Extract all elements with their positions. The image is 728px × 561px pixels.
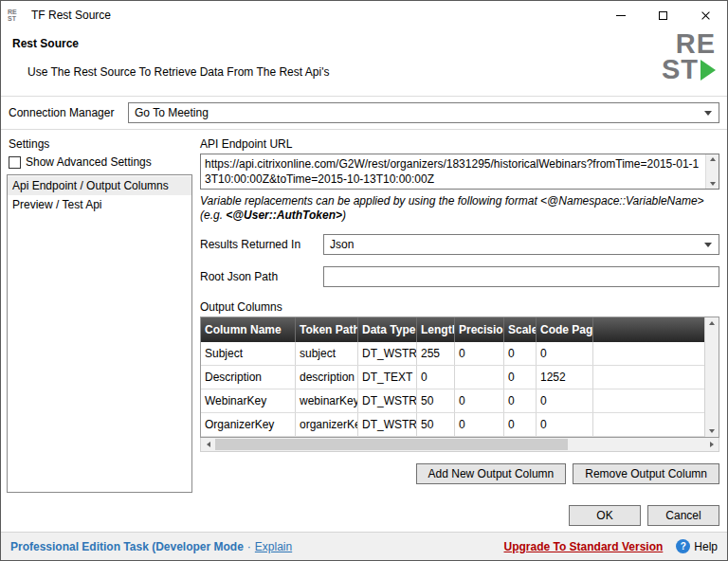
cell-code-page[interactable]: 0	[537, 413, 593, 436]
show-advanced-row: Show Advanced Settings	[9, 155, 192, 169]
cell-scale[interactable]: 0	[504, 389, 537, 412]
upgrade-link[interactable]: Upgrade To Standard Version	[504, 540, 664, 553]
cell-precision[interactable]: 0	[455, 389, 504, 412]
edition-separator: ·	[247, 540, 251, 553]
hscroll-track[interactable]	[215, 438, 704, 451]
header-cell-data-type: Data Type	[358, 317, 417, 342]
output-columns-table: Column Name Token Path Data Type Length …	[200, 317, 719, 438]
cell-column-name[interactable]: Subject	[201, 342, 296, 365]
remove-output-column-button[interactable]: Remove Output Column	[573, 463, 719, 484]
cell-length[interactable]: 0	[417, 366, 455, 389]
cell-precision[interactable]: 0	[455, 413, 504, 436]
header-cell-code-page: Code Page	[537, 317, 593, 342]
scroll-right-button[interactable]	[704, 438, 719, 451]
scroll-down-icon	[710, 182, 716, 186]
nav-list: Api Endpoint / Output Columns Preview / …	[7, 174, 192, 493]
chevron-down-icon	[704, 111, 712, 116]
url-scrollbar[interactable]	[705, 154, 719, 189]
output-columns-label: Output Columns	[200, 300, 719, 314]
close-button[interactable]	[684, 1, 727, 29]
header-cell-filler	[593, 317, 704, 342]
minimize-icon	[616, 15, 626, 16]
cell-length[interactable]: 255	[417, 342, 455, 365]
close-icon	[701, 10, 711, 21]
cancel-button[interactable]: Cancel	[647, 505, 719, 526]
cell-precision[interactable]	[455, 366, 504, 389]
window-controls	[599, 1, 727, 29]
maximize-icon	[659, 11, 667, 20]
explain-link[interactable]: Explain	[255, 540, 292, 553]
scroll-up-icon	[710, 157, 716, 161]
main-area: Settings Show Advanced Settings Api Endp…	[1, 130, 727, 532]
cell-code-page[interactable]: 0	[537, 342, 593, 365]
show-advanced-checkbox[interactable]	[9, 156, 21, 169]
results-returned-value: Json	[330, 238, 354, 251]
cell-column-name[interactable]: OrganizerKey	[201, 413, 296, 436]
variable-note-example: <@User::AuthToken>	[226, 208, 342, 222]
table-row: Description description DT_TEXT 0 0 1252	[201, 366, 704, 389]
rest-logo: RE ST	[662, 31, 716, 82]
header-cell-length: Length	[417, 317, 455, 342]
header-cell-scale: Scale	[504, 317, 537, 342]
edition-label: Professional Edition Task (Developer Mod…	[10, 540, 244, 553]
dialog-buttons: OK Cancel	[200, 505, 719, 526]
root-json-path-input[interactable]	[323, 266, 719, 287]
connection-manager-select[interactable]: Go To Meeting	[128, 102, 719, 123]
cell-token-path[interactable]: organizerKey	[296, 413, 358, 436]
cell-data-type[interactable]: DT_WSTR	[358, 413, 417, 436]
table-row: OrganizerKey organizerKey DT_WSTR 50 0 0…	[201, 413, 704, 437]
nav-item-api-endpoint[interactable]: Api Endpoint / Output Columns	[8, 176, 191, 195]
maximize-button[interactable]	[642, 1, 684, 29]
cell-scale[interactable]: 0	[504, 366, 537, 389]
cell-scale[interactable]: 0	[504, 413, 537, 436]
results-returned-label: Results Returned In	[200, 238, 323, 251]
cell-length[interactable]: 50	[417, 413, 455, 436]
cell-scale[interactable]: 0	[504, 342, 537, 365]
table-header-row: Column Name Token Path Data Type Length …	[201, 317, 704, 342]
results-returned-select[interactable]: Json	[323, 234, 719, 255]
page-subtitle: Use The Rest Source To Retrieve Data Fro…	[27, 65, 727, 79]
ok-button[interactable]: OK	[569, 505, 641, 526]
cell-code-page[interactable]: 0	[537, 389, 593, 412]
output-columns-grid: Column Name Token Path Data Type Length …	[201, 317, 704, 437]
header-cell-column-name: Column Name	[201, 317, 296, 342]
cell-data-type[interactable]: DT_WSTR	[358, 342, 417, 365]
cell-token-path[interactable]: webinarKey	[296, 389, 358, 412]
table-vscrollbar[interactable]	[704, 317, 719, 437]
table-row: WebinarKey webinarKey DT_WSTR 50 0 0 0	[201, 389, 704, 413]
cell-precision[interactable]: 0	[455, 342, 504, 365]
cell-data-type[interactable]: DT_WSTR	[358, 389, 417, 412]
hscroll-thumb[interactable]	[215, 439, 568, 450]
cell-data-type[interactable]: DT_TEXT	[358, 366, 417, 389]
header-cell-precision: Precision	[455, 317, 504, 342]
dialog-window: RE ST TF Rest Source Rest Source Use The…	[0, 0, 728, 561]
cell-column-name[interactable]: Description	[201, 366, 296, 389]
settings-title: Settings	[9, 137, 192, 151]
show-advanced-label: Show Advanced Settings	[26, 155, 152, 169]
scroll-down-icon	[709, 429, 715, 433]
variable-replacement-note: Variable replacements can be applied by …	[200, 194, 719, 223]
scroll-right-icon	[710, 442, 714, 447]
api-endpoint-url-label: API Endpoint URL	[200, 137, 719, 151]
nav-item-preview-test[interactable]: Preview / Test Api	[8, 195, 191, 214]
cell-length[interactable]: 50	[417, 389, 455, 412]
root-json-path-label: Root Json Path	[200, 270, 323, 283]
cell-token-path[interactable]: description	[296, 366, 358, 389]
table-row: Subject subject DT_WSTR 255 0 0 0	[201, 342, 704, 366]
help-icon[interactable]: ?	[676, 539, 690, 553]
help-label[interactable]: Help	[694, 540, 718, 553]
api-endpoint-url-input[interactable]: https://api.citrixonline.com/G2W/rest/or…	[200, 154, 719, 190]
header-cell-token-path: Token Path	[296, 317, 358, 342]
cell-token-path[interactable]: subject	[296, 342, 358, 365]
cell-column-name[interactable]: WebinarKey	[201, 389, 296, 412]
connection-manager-label: Connection Manager	[9, 106, 128, 119]
minimize-button[interactable]	[599, 1, 642, 29]
app-icon-text-top: RE	[8, 9, 25, 15]
cell-code-page[interactable]: 1252	[537, 366, 593, 389]
app-icon: RE ST	[8, 7, 25, 24]
add-output-column-button[interactable]: Add New Output Column	[416, 463, 567, 484]
table-hscrollbar[interactable]	[200, 438, 719, 452]
results-returned-row: Results Returned In Json	[200, 234, 719, 255]
connection-manager-value: Go To Meeting	[135, 106, 209, 119]
scroll-left-button[interactable]	[201, 438, 215, 451]
